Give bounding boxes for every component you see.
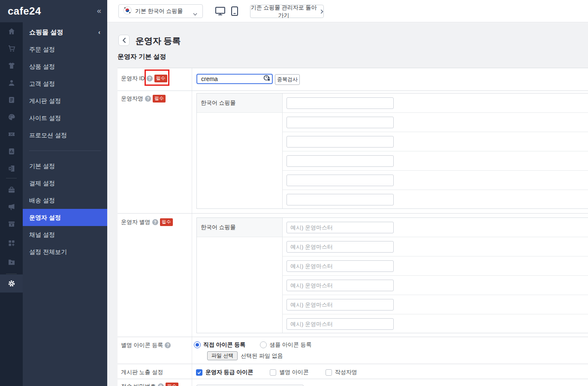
admin-name-row <box>283 151 588 171</box>
sidebar-item-사이트 설정[interactable]: 사이트 설정 <box>23 109 107 127</box>
cart-icon[interactable] <box>0 44 23 53</box>
admin-nickname-input[interactable] <box>286 241 394 253</box>
statistics-icon[interactable] <box>0 147 23 156</box>
sidebar-item-배송 설정[interactable]: 배송 설정 <box>23 192 107 209</box>
admin-name-input[interactable] <box>286 194 394 205</box>
row-admin-name-labelcell: 운영자명 ? 필수 <box>118 91 192 213</box>
admin-nickname-row <box>283 295 588 314</box>
admin-nickname-input[interactable] <box>286 222 394 233</box>
help-icon[interactable]: ? <box>165 342 171 348</box>
sidebar-item-기본 설정[interactable]: 기본 설정 <box>23 157 107 175</box>
checkbox-unchecked-icon[interactable] <box>326 369 332 376</box>
back-button[interactable] <box>118 35 130 46</box>
admin-name-row <box>283 190 588 209</box>
section-title: 운영자 기본 설정 <box>118 53 166 61</box>
admin-nickname-input[interactable] <box>286 260 394 272</box>
checkbox-label: 별명 아이콘 <box>279 368 309 376</box>
sidebar-item-상품 설정[interactable]: 상품 설정 <box>23 58 107 75</box>
admin-id-label: 운영자 ID <box>121 75 145 82</box>
admin-nickname-row <box>283 218 588 237</box>
return-to-classic-admin-button[interactable]: 기존 쇼핑몰 관리자로 돌아가기 <box>250 5 324 18</box>
admin-nickname-input[interactable] <box>286 299 394 311</box>
sidebar-collapse-icon[interactable]: « <box>97 6 101 15</box>
sidebar-item-고객 설정[interactable]: 고객 설정 <box>23 75 107 92</box>
sidebar-item-주문 설정[interactable]: 주문 설정 <box>23 41 107 58</box>
files-icon[interactable] <box>0 258 23 266</box>
customer-icon[interactable] <box>0 78 23 87</box>
mobile-preview-icon[interactable] <box>231 6 238 18</box>
desktop-preview-icon[interactable] <box>215 6 226 18</box>
row-admin-nickname-labelcell: 운영자 별명 ? 필수 <box>118 214 192 337</box>
cafe24-admin-app: cafe24 « 쇼핑몰 설정‹주문 설정상품 설정고객 설정게시판 설정사이트… <box>0 0 588 386</box>
sidebar-item-프로모션 설정[interactable]: 프로모션 설정 <box>23 127 107 144</box>
nickname-icon-radio-option[interactable]: 직접 아이콘 등록 <box>194 341 245 349</box>
radio-label: 샘플 아이콘 등록 <box>269 341 311 349</box>
row-admin-id: 운영자 ID ? 필수 중복검사 <box>118 68 588 91</box>
secure-keypad-lock-icon[interactable] <box>263 75 271 84</box>
board-exposure-checkbox-option[interactable]: 별명 아이콘 <box>270 368 309 376</box>
shop-language-label: 한국어 쇼핑몰 <box>197 218 283 237</box>
sidebar-item-게시판 설정[interactable]: 게시판 설정 <box>23 92 107 109</box>
channel-add-icon[interactable] <box>0 220 23 228</box>
product-icon[interactable] <box>0 61 23 70</box>
topbar: 기본 한국어 쇼핑몰 기존 쇼핑몰 관리자로 돌아가기 <box>107 0 588 22</box>
promotion-icon[interactable] <box>0 130 23 139</box>
cafe24-logo[interactable]: cafe24 <box>8 5 41 17</box>
sidebar-item-설정 전체보기[interactable]: 설정 전체보기 <box>23 243 107 260</box>
chevron-down-icon <box>193 10 197 18</box>
sidebar-item-채널 설정[interactable]: 채널 설정 <box>23 226 107 243</box>
excel-icon[interactable] <box>0 164 23 173</box>
admin-nickname-input[interactable] <box>286 280 394 291</box>
sidebar-item-운영자 설정[interactable]: 운영자 설정 <box>23 209 107 226</box>
help-icon[interactable]: ? <box>145 96 151 102</box>
sidebar-icon-rail <box>0 0 23 386</box>
admin-name-input[interactable] <box>286 136 394 148</box>
admin-id-input[interactable] <box>196 74 273 84</box>
chevron-left-icon <box>122 37 126 43</box>
admin-name-inner-table: 한국어 쇼핑몰 <box>196 93 588 209</box>
nickname-icon-radio-option[interactable]: 샘플 아이콘 등록 <box>260 341 311 349</box>
admin-name-input[interactable] <box>286 97 394 109</box>
checkbox-checked-icon[interactable] <box>196 369 202 376</box>
board-exposure-checkbox-option[interactable]: 운영자 등급 아이콘 <box>196 368 253 376</box>
admin-nickname-input[interactable] <box>286 318 394 330</box>
settings-icon[interactable] <box>0 279 23 288</box>
mall-selector-dropdown[interactable]: 기본 한국어 쇼핑몰 <box>118 4 203 18</box>
admin-name-input[interactable] <box>286 155 394 167</box>
return-button-label: 기존 쇼핑몰 관리자로 돌아가기 <box>250 4 317 19</box>
admin-name-label: 운영자명 <box>121 95 143 103</box>
row-access-password: 접속 비밀번호 ? 필수 <box>118 379 588 386</box>
radio-unselected-icon[interactable] <box>260 341 267 348</box>
duplicate-check-button[interactable]: 중복검사 <box>275 74 300 85</box>
board-exposure-checkbox-option[interactable]: 작성자명 <box>326 368 357 376</box>
sidebar-item-결제 설정[interactable]: 결제 설정 <box>23 175 107 192</box>
admin-name-input[interactable] <box>286 175 394 186</box>
help-icon[interactable]: ? <box>158 383 164 386</box>
apps-icon[interactable] <box>0 239 23 247</box>
board-icon[interactable] <box>0 96 23 104</box>
access-password-label: 접속 비밀번호 <box>121 383 156 386</box>
admin-name-input[interactable] <box>286 117 394 128</box>
board-exposure-checkbox-group: 운영자 등급 아이콘별명 아이콘작성자명 <box>196 368 357 376</box>
home-icon[interactable] <box>0 27 23 36</box>
checkbox-unchecked-icon[interactable] <box>270 369 276 376</box>
sidebar-header-shop-settings[interactable]: 쇼핑몰 설정‹ <box>23 24 107 41</box>
radio-label: 직접 아이콘 등록 <box>203 341 245 349</box>
toolbox-icon[interactable] <box>0 186 23 194</box>
sidebar-logo-bar: cafe24 « <box>0 0 107 22</box>
icon-file-row: 파일 선택 선택된 파일 없음 <box>207 351 283 360</box>
chevron-right-icon <box>320 9 323 14</box>
admin-name-input-rows <box>283 93 588 209</box>
inner-left-spacer <box>197 113 283 208</box>
help-icon[interactable]: ? <box>152 219 158 225</box>
radio-selected-icon[interactable] <box>194 341 201 348</box>
admin-name-row <box>283 132 588 151</box>
checkbox-label: 작성자명 <box>335 368 357 376</box>
row-board-exposure: 게시판 노출 설정 운영자 등급 아이콘별명 아이콘작성자명 <box>118 364 588 379</box>
file-select-button[interactable]: 파일 선택 <box>207 351 238 360</box>
marketing-icon[interactable] <box>0 202 23 211</box>
admin-nickname-row <box>283 256 588 276</box>
design-icon[interactable] <box>0 113 23 121</box>
admin-nickname-row <box>283 237 588 256</box>
nickname-icon-label: 별명 아이콘 등록 <box>121 341 163 349</box>
